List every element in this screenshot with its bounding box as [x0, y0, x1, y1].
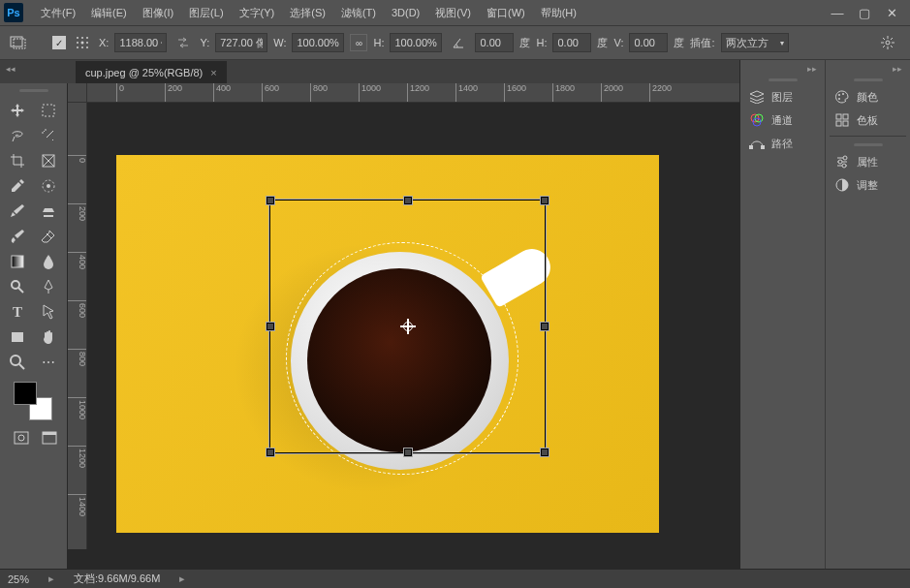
zoom-level[interactable]: 25% — [8, 573, 29, 585]
menu-filter[interactable]: 滤镜(T) — [333, 0, 384, 25]
zoom-chevron-icon[interactable]: ▸ — [48, 573, 54, 585]
crop-tool[interactable] — [4, 149, 31, 172]
angle-input[interactable] — [475, 33, 514, 52]
spot-heal-tool[interactable] — [35, 174, 62, 198]
eyedropper-tool[interactable] — [4, 174, 31, 198]
blur-tool[interactable] — [35, 250, 62, 273]
menu-layer[interactable]: 图层(L) — [181, 0, 231, 25]
panel-grip[interactable] — [744, 76, 821, 83]
ruler-origin[interactable] — [68, 83, 87, 103]
panel-grip[interactable] — [830, 76, 906, 83]
transform-handle-tl[interactable] — [267, 197, 274, 204]
panel-channels[interactable]: 通道 — [744, 108, 821, 132]
menu-select[interactable]: 选择(S) — [282, 0, 333, 25]
collapse-toolbox-icon[interactable]: ◂◂ — [6, 64, 16, 74]
hskew-input[interactable] — [552, 33, 591, 52]
vskew-input[interactable] — [629, 33, 668, 52]
adjustments-icon — [833, 176, 851, 194]
panel-color[interactable]: 颜色 — [830, 85, 906, 108]
rect-marquee-tool[interactable] — [35, 99, 62, 122]
menu-3d[interactable]: 3D(D) — [384, 0, 427, 25]
y-input[interactable] — [215, 33, 267, 52]
transform-center[interactable] — [400, 319, 416, 334]
transform-handle-mr[interactable] — [541, 323, 549, 330]
w-input[interactable] — [292, 33, 344, 52]
h-label: H: — [373, 37, 384, 48]
menu-view[interactable]: 视图(V) — [427, 0, 479, 25]
transform-handle-bc[interactable] — [404, 449, 412, 456]
rectangle-tool[interactable] — [4, 325, 31, 349]
h-input[interactable] — [390, 33, 442, 52]
document-tab[interactable]: cup.jpeg @ 25%(RGB/8) × — [76, 60, 227, 83]
minimize-button[interactable]: — — [831, 6, 844, 19]
transform-handle-tr[interactable] — [541, 197, 549, 204]
toolbox-grip[interactable] — [4, 89, 63, 95]
dodge-tool[interactable] — [4, 275, 31, 298]
horizontal-ruler[interactable]: 0200400600800100012001400160018002000220… — [87, 83, 739, 103]
interp-select[interactable]: 两次立方▾ — [721, 33, 789, 52]
clone-stamp-tool[interactable] — [35, 200, 62, 223]
collapse-panels-right-icon[interactable]: ▸▸ — [830, 64, 906, 76]
menu-window[interactable]: 窗口(W) — [479, 0, 533, 25]
vskew-label: V: — [613, 37, 623, 48]
doc-info[interactable]: 文档:9.66M/9.66M — [74, 572, 160, 586]
menu-image[interactable]: 图像(I) — [135, 0, 181, 25]
reference-point-toggle[interactable]: ✓ — [52, 36, 66, 49]
type-tool[interactable]: T — [4, 300, 31, 324]
panel-paths[interactable]: 路径 — [744, 132, 821, 155]
history-brush-tool[interactable] — [4, 225, 31, 248]
toolbox: T ⋯ — [0, 83, 68, 569]
close-button[interactable]: ✕ — [885, 6, 898, 19]
foreground-color-swatch[interactable] — [14, 382, 37, 405]
panel-swatches[interactable]: 色板 — [830, 108, 906, 132]
transform-handle-br[interactable] — [541, 449, 549, 456]
collapse-panels-left-icon[interactable]: ▸▸ — [744, 64, 821, 76]
options-gear-icon[interactable] — [877, 32, 898, 53]
x-input[interactable] — [114, 33, 167, 52]
transform-tool-icon[interactable] — [8, 32, 29, 53]
path-select-tool[interactable] — [35, 300, 62, 324]
reference-point-grid[interactable] — [72, 32, 93, 53]
hskew-unit: 度 — [597, 36, 608, 50]
edit-toolbar[interactable]: ⋯ — [35, 351, 62, 374]
svg-rect-46 — [836, 121, 841, 126]
quick-mask-tool[interactable] — [8, 426, 35, 449]
lasso-tool[interactable] — [4, 124, 31, 147]
gradient-tool[interactable] — [4, 250, 31, 273]
canvas[interactable] — [87, 103, 739, 549]
svg-point-27 — [12, 281, 19, 289]
brush-tool[interactable] — [4, 200, 31, 223]
panel-grip[interactable] — [830, 140, 906, 148]
transform-bounding-box[interactable] — [269, 200, 546, 453]
transform-handle-ml[interactable] — [267, 323, 274, 330]
menu-type[interactable]: 文字(Y) — [232, 0, 283, 25]
menu-edit[interactable]: 编辑(E) — [83, 0, 135, 25]
maximize-button[interactable]: ▢ — [858, 6, 871, 19]
magic-wand-tool[interactable] — [35, 124, 62, 147]
svg-point-6 — [81, 42, 84, 45]
swap-xy-icon[interactable] — [173, 32, 194, 53]
svg-rect-44 — [836, 114, 841, 119]
menu-file[interactable]: 文件(F) — [33, 0, 83, 25]
transform-handle-tc[interactable] — [404, 197, 412, 204]
pen-tool[interactable] — [35, 275, 62, 298]
link-wh-toggle[interactable]: ∞ — [350, 34, 367, 51]
svg-point-3 — [81, 37, 83, 39]
move-tool[interactable] — [4, 99, 31, 122]
panel-layers[interactable]: 图层 — [744, 85, 821, 108]
frame-tool[interactable] — [35, 149, 62, 172]
zoom-tool[interactable] — [4, 351, 31, 374]
transform-handle-bl[interactable] — [267, 449, 274, 456]
close-tab-icon[interactable]: × — [210, 67, 216, 78]
menu-help[interactable]: 帮助(H) — [533, 0, 584, 25]
panels-column-left: ▸▸ 图层 通道 路径 — [740, 60, 825, 569]
vertical-ruler[interactable]: 0200400600800100012001400 — [68, 103, 87, 549]
eraser-tool[interactable] — [35, 225, 62, 248]
doc-info-chevron-icon[interactable]: ▸ — [179, 573, 185, 585]
panel-adjustments[interactable]: 调整 — [830, 173, 906, 197]
panel-properties[interactable]: 属性 — [830, 150, 906, 173]
color-swatch[interactable] — [14, 382, 52, 420]
panels-dock: ▸▸ 图层 通道 路径 ▸▸ 颜色 — [739, 60, 910, 569]
hand-tool[interactable] — [35, 325, 62, 349]
screen-mode-tool[interactable] — [37, 426, 64, 449]
